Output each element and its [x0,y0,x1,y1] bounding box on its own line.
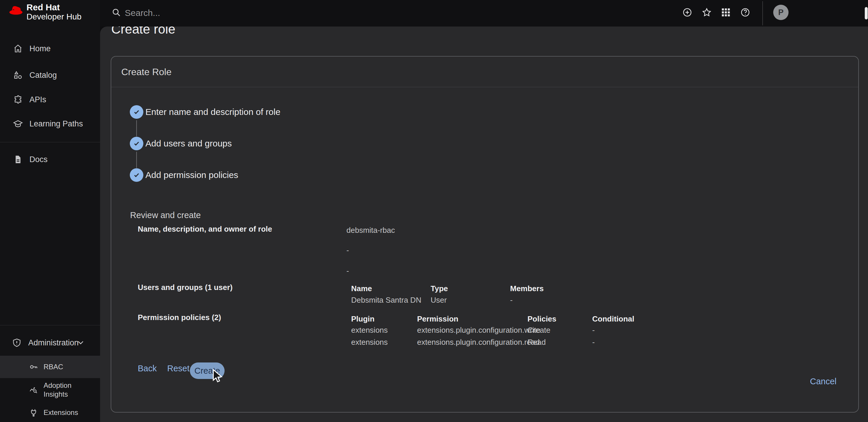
sidebar-item-label: Administration [28,338,79,347]
step-2-complete-icon[interactable] [130,137,143,150]
add-circle-icon[interactable] [682,7,692,18]
sidebar-item-administration[interactable]: Administration [0,333,100,352]
sidebar-item-label: Adoption Insights [43,381,82,399]
cancel-button[interactable]: Cancel [810,376,837,386]
key-icon [29,362,38,372]
sidebar-item-apis[interactable]: APIs [0,90,100,109]
sidebar-divider [0,142,100,142]
docs-icon [13,154,23,164]
check-icon [132,171,141,179]
sidebar-item-learning-paths[interactable]: Learning Paths [0,114,100,133]
home-icon [13,44,23,54]
perm-header-policies: Policies [527,314,556,323]
card-title: Create Role [121,66,172,78]
search-input[interactable] [125,6,331,20]
step-1-complete-icon[interactable] [130,105,143,119]
chevron-down-icon [76,338,85,347]
brand-logo[interactable]: Red Hat Developer Hub [8,2,82,21]
sidebar-item-label: APIs [29,95,46,104]
avatar[interactable]: P [773,5,788,20]
role-description-value: - [346,246,349,255]
perm-row-conditional: - [592,338,595,347]
top-bar: P [100,0,868,27]
perm-row-policy: Read [527,338,546,347]
perm-header-conditional: Conditional [592,314,634,323]
users-header-members: Members [510,284,544,293]
user-row-members: - [510,296,513,305]
perm-row-permission: extensions.plugin.configuration.write [417,326,540,335]
reset-button[interactable]: Reset [167,364,190,373]
user-row-name: Debsmita Santra DN [351,296,421,305]
card-header: Create Role [111,57,858,87]
app-window: P Red Hat Developer Hub Home Catalog [0,0,868,422]
learning-paths-icon [13,119,23,129]
app-grid-icon[interactable] [720,7,731,18]
sidebar-item-extensions[interactable]: Extensions [0,403,100,422]
perm-row-plugin: extensions [351,326,388,335]
trend-magnifier-icon [29,385,38,395]
check-icon [132,139,141,148]
perm-header-permission: Permission [417,314,458,323]
sidebar-item-label: Catalog [29,71,57,80]
step-2-label: Add users and groups [146,137,232,150]
users-header-type: Type [431,284,448,293]
sidebar-item-docs[interactable]: Docs [0,150,100,169]
role-owner-value: - [346,266,349,276]
perm-row-policy: Create [527,326,550,335]
brand-name: Red Hat [27,2,82,12]
sidebar-item-label: Learning Paths [29,119,83,129]
sidebar-item-catalog[interactable]: Catalog [0,66,100,85]
star-icon[interactable] [702,7,712,18]
page-title: Create role [111,27,176,36]
back-button[interactable]: Back [138,364,157,373]
plug-icon [29,408,38,417]
users-section-label: Users and groups (1 user) [138,283,232,292]
users-header-name: Name [351,284,372,293]
main-content: Create role Create Role Enter name and d… [100,27,868,422]
perm-row-permission: extensions.plugin.configuration.read [417,338,539,347]
check-icon [132,108,141,116]
topbar-divider [762,1,763,25]
perm-row-conditional: - [592,326,595,335]
step-3-complete-icon[interactable] [130,168,143,182]
apis-icon [13,94,23,105]
sidebar-item-label: Extensions [43,408,78,417]
sidebar-item-label: Docs [29,155,48,164]
user-row-type: User [431,296,447,305]
step-connector [136,152,137,168]
perm-row-plugin: extensions [351,338,388,347]
sidebar-item-rbac[interactable]: RBAC [0,356,100,378]
sidebar: Red Hat Developer Hub Home Catalog APIs … [0,0,100,422]
create-button[interactable]: Create [190,363,224,379]
review-heading: Review and create [130,210,201,220]
brand-product: Developer Hub [27,12,82,21]
catalog-icon [13,70,23,80]
red-hat-icon [8,2,25,16]
sidebar-item-label: RBAC [43,363,63,371]
help-icon[interactable] [740,7,750,18]
perm-header-plugin: Plugin [351,314,374,323]
sidebar-item-home[interactable]: Home [0,39,100,58]
create-role-card: Create Role Enter name and description o… [111,56,859,413]
step-1-label: Enter name and description of role [146,105,280,119]
name-section-label: Name, description, and owner of role [138,225,272,234]
role-name-value: debsmita-rbac [346,226,395,235]
sidebar-item-label: Home [29,44,51,53]
page-scrollbar-thumb[interactable] [865,7,868,20]
permissions-section-label: Permission policies (2) [138,313,221,322]
shield-exclamation-icon [12,338,22,348]
step-connector [136,120,137,136]
search-icon [111,7,121,18]
sidebar-item-adoption-insights[interactable]: Adoption Insights [0,379,100,400]
step-3-label: Add permission policies [146,168,238,182]
